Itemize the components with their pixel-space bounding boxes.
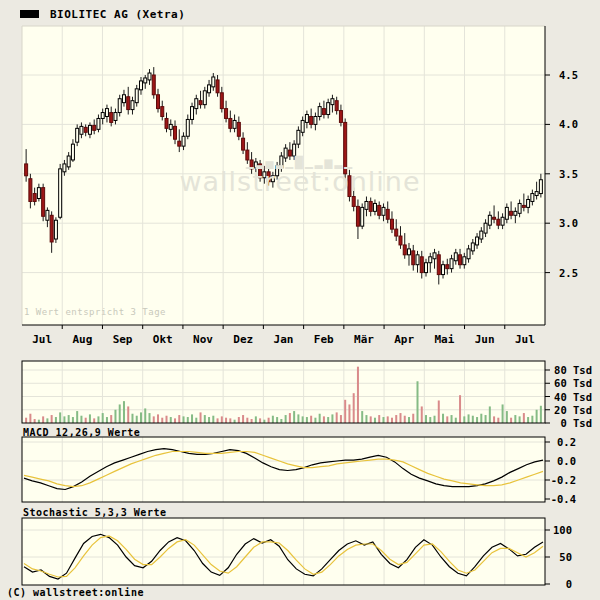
candle-up bbox=[135, 89, 138, 103]
price-tick-label: 2.5 bbox=[559, 267, 578, 279]
candle-down bbox=[399, 236, 402, 245]
macd-tick-label: 0.2 bbox=[557, 436, 576, 448]
candle-up bbox=[208, 85, 211, 93]
candle-down bbox=[339, 111, 342, 123]
volume-bar bbox=[378, 415, 380, 423]
volume-bar bbox=[93, 418, 95, 423]
candle-down bbox=[386, 209, 389, 219]
volume-bar bbox=[480, 414, 482, 423]
volume-bar bbox=[459, 395, 461, 423]
candle-up bbox=[88, 125, 91, 134]
volume-bar bbox=[485, 415, 487, 423]
volume-bar bbox=[353, 393, 355, 423]
candle-up bbox=[518, 203, 521, 213]
volume-bar bbox=[451, 415, 453, 423]
candle-up bbox=[318, 107, 321, 117]
volume-bar bbox=[208, 417, 210, 423]
candle-up bbox=[233, 120, 236, 128]
candle-down bbox=[267, 172, 270, 182]
chart-page: BIOLITEC AG (Xetra) ▁▂▄▂▁▇▁▂▅▂▁ wallstre… bbox=[0, 0, 600, 600]
candle-up bbox=[203, 91, 206, 105]
month-label: Jan bbox=[274, 333, 294, 346]
candle-up bbox=[327, 103, 330, 115]
candle-up bbox=[416, 255, 419, 265]
volume-bar bbox=[272, 416, 274, 423]
volume-bar bbox=[489, 406, 491, 423]
candle-up bbox=[284, 148, 287, 158]
volume-bar bbox=[89, 414, 91, 423]
candle-up bbox=[80, 126, 83, 134]
candle-up bbox=[331, 99, 334, 105]
scale-note: 1 Wert entspricht 3 Tage bbox=[24, 307, 166, 317]
volume-bar bbox=[110, 415, 112, 423]
volume-bar bbox=[174, 418, 176, 423]
month-label: Mär bbox=[354, 333, 374, 346]
volume-bar bbox=[131, 414, 133, 423]
candle-down bbox=[93, 125, 96, 130]
volume-bar bbox=[391, 418, 393, 423]
candle-down bbox=[110, 113, 113, 123]
candle-down bbox=[161, 107, 164, 117]
volume-bar bbox=[183, 416, 185, 423]
candle-down bbox=[322, 109, 325, 115]
candle-up bbox=[382, 207, 385, 215]
candle-down bbox=[237, 122, 240, 136]
candle-up bbox=[297, 130, 300, 144]
volume-bar bbox=[323, 416, 325, 423]
candle-down bbox=[348, 176, 351, 197]
volume-tick-label: 60 Tsd bbox=[554, 377, 592, 389]
candle-up bbox=[293, 144, 296, 156]
candle-up bbox=[305, 115, 308, 123]
candle-up bbox=[195, 99, 198, 109]
volume-bar bbox=[191, 414, 193, 423]
volume-bar bbox=[225, 418, 227, 423]
candle-up bbox=[280, 156, 283, 168]
candle-up bbox=[365, 201, 368, 209]
volume-tick-label: 0 Tsd bbox=[560, 417, 592, 429]
volume-bar bbox=[472, 416, 474, 423]
volume-bar bbox=[417, 381, 419, 423]
candle-up bbox=[476, 237, 479, 245]
candle-up bbox=[450, 259, 453, 269]
volume-bar bbox=[200, 412, 202, 423]
copyright-text: (C) wallstreet:online bbox=[7, 587, 144, 598]
candle-up bbox=[54, 220, 57, 239]
panel-bg bbox=[22, 26, 545, 325]
volume-bar bbox=[55, 417, 57, 423]
candle-down bbox=[369, 201, 372, 211]
volume-bar bbox=[370, 416, 372, 423]
candle-up bbox=[271, 176, 274, 182]
candle-down bbox=[216, 80, 219, 93]
volume-bar bbox=[187, 417, 189, 423]
volume-bar bbox=[382, 417, 384, 423]
volume-bar bbox=[387, 416, 389, 423]
candle-up bbox=[361, 207, 364, 226]
volume-bar bbox=[153, 416, 155, 423]
candle-up bbox=[463, 257, 466, 265]
volume-bar bbox=[123, 401, 125, 423]
candle-down bbox=[459, 255, 462, 265]
candle-up bbox=[454, 253, 457, 261]
candle-up bbox=[114, 113, 117, 121]
volume-bar bbox=[268, 418, 270, 423]
month-label: Okt bbox=[153, 333, 173, 346]
candle-down bbox=[33, 194, 36, 202]
volume-bar bbox=[195, 418, 197, 423]
volume-bar bbox=[242, 415, 244, 423]
candle-up bbox=[429, 257, 432, 263]
volume-bar bbox=[170, 417, 172, 423]
candle-down bbox=[378, 205, 381, 215]
volume-bar bbox=[276, 417, 278, 423]
candle-up bbox=[186, 119, 189, 136]
candle-up bbox=[169, 124, 172, 129]
volume-bar bbox=[221, 416, 223, 423]
volume-bar bbox=[302, 416, 304, 423]
candle-up bbox=[433, 253, 436, 259]
volume-bar bbox=[519, 416, 521, 423]
candle-down bbox=[165, 118, 168, 128]
candle-up bbox=[488, 215, 491, 225]
volume-bar bbox=[97, 416, 99, 423]
candle-down bbox=[497, 219, 500, 225]
candle-up bbox=[122, 95, 125, 103]
price-tick-label: 4.0 bbox=[559, 118, 578, 130]
